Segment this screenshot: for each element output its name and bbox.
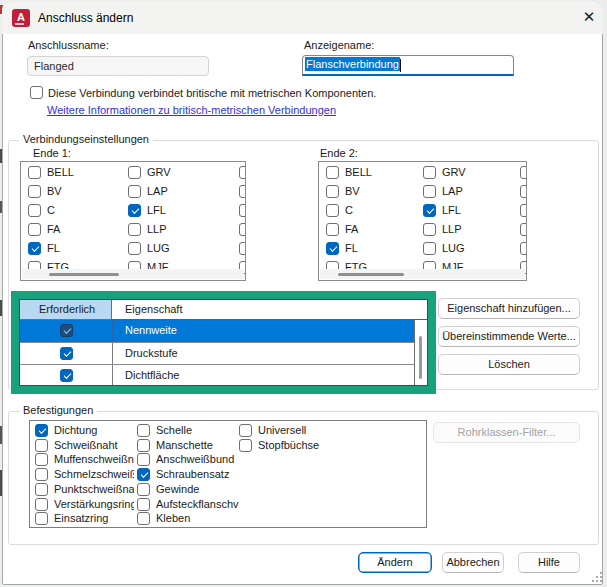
required-checkbox-checked[interactable] [60,347,73,360]
required-checkbox-checked[interactable] [60,369,73,382]
checkbox[interactable] [35,483,48,496]
checkbox-checked[interactable] [137,468,150,481]
end1-listbox[interactable]: BELL BV C FA FL FTG GRV LAP LFL LLP LUG … [20,161,246,281]
cancel-button[interactable]: Abbrechen [442,552,504,573]
text-caret [400,59,401,72]
clipped-checkbox [239,185,246,198]
close-icon[interactable]: ✕ [580,8,598,26]
checkbox[interactable] [28,204,41,217]
checkbox[interactable] [137,424,150,437]
column-separator [112,320,113,342]
selected-text: Flanschverbindung [305,57,400,71]
horizontal-scrollbar[interactable] [320,269,525,279]
add-property-button[interactable]: Eigenschaft hinzufügen... [438,298,580,319]
checkbox[interactable] [137,483,150,496]
checkbox[interactable] [128,242,141,255]
checkbox[interactable] [137,439,150,452]
checkbox[interactable] [137,453,150,466]
column-separator [112,343,113,364]
end1-label: Ende 1: [33,147,71,159]
checkbox[interactable] [35,468,48,481]
checkbox[interactable] [28,185,41,198]
fasteners-box: Dichtung Schweißnaht Muffenschweißn Schm… [29,420,427,528]
clipped-checkbox [520,185,527,198]
table-row-dichtflaeche[interactable]: Dichtfläche [20,364,415,386]
checkbox[interactable] [326,185,339,198]
horizontal-scrollbar[interactable] [22,269,244,279]
matching-values-button[interactable]: Übereinstimmende Werte... [438,326,580,347]
clipped-checkbox [239,166,246,179]
clipped-checkbox [239,242,246,255]
metric-components-label: Diese Verbindung verbindet britische mit… [48,87,376,99]
checkbox[interactable] [35,498,48,511]
checkbox[interactable] [239,424,252,437]
checkbox[interactable] [128,223,141,236]
scrollbar-thumb[interactable] [419,336,422,379]
green-highlight-annotation: Erforderlich Eigenschaft Nennweite Druck… [11,291,436,394]
property-column-header[interactable]: Eigenschaft [125,300,182,319]
checkbox[interactable] [326,166,339,179]
checkbox-checked[interactable] [28,242,41,255]
vertical-scrollbar[interactable] [414,320,427,385]
connection-name-label: Anschlussname: [28,39,109,51]
clipped-checkbox [239,204,246,217]
clipped-checkbox [520,223,527,236]
checkbox[interactable] [128,185,141,198]
checkbox[interactable] [326,223,339,236]
checkbox[interactable] [137,512,150,525]
scrollbar-thumb[interactable] [338,273,404,276]
checkbox[interactable] [423,166,436,179]
clipped-checkbox [520,204,527,217]
clipped-checkbox [239,223,246,236]
checkbox[interactable] [423,242,436,255]
checkbox[interactable] [137,498,150,511]
checkbox[interactable] [128,166,141,179]
connection-settings-group-label: Verbindungseinstellungen [19,133,153,145]
dialog-title: Anschluss ändern [38,11,133,25]
checkbox[interactable] [35,512,48,525]
required-checkbox-checked[interactable] [60,324,73,337]
checkbox[interactable] [239,439,252,452]
change-button[interactable]: Ändern [358,552,432,573]
checkbox-checked[interactable] [128,204,141,217]
end2-listbox[interactable]: BELL BV C FA FL FTG GRV LAP LFL LLP LUG … [318,161,527,281]
table-header: Erforderlich Eigenschaft [20,300,427,320]
properties-table[interactable]: Erforderlich Eigenschaft Nennweite Druck… [19,299,428,386]
autocad-app-icon: A [12,9,30,27]
delete-button[interactable]: Löschen [438,354,580,375]
column-separator [112,365,113,386]
checkbox[interactable] [35,439,48,452]
checkbox-checked[interactable] [35,424,48,437]
display-name-input[interactable]: Flanschverbindung [302,55,514,76]
help-button[interactable]: Hilfe [518,552,580,573]
checkbox[interactable] [35,453,48,466]
pipe-class-filter-button: Rohrklassen-Filter... [433,422,580,443]
end2-label: Ende 2: [320,147,358,159]
required-column-header[interactable]: Erforderlich [20,300,112,319]
table-row-nennweite[interactable]: Nennweite [20,320,415,342]
display-name-label: Anzeigename: [304,39,374,51]
checkbox[interactable] [28,166,41,179]
checkbox-checked[interactable] [423,204,436,217]
checkbox[interactable] [28,223,41,236]
resize-grip[interactable] [592,572,602,582]
clipped-checkbox [520,166,527,179]
checkbox[interactable] [423,185,436,198]
table-row-druckstufe[interactable]: Druckstufe [20,342,415,364]
checkbox-checked[interactable] [326,242,339,255]
fasteners-group-label: Befestigungen [19,404,97,416]
clipped-checkbox [520,242,527,255]
scrollbar-thumb[interactable] [49,273,119,276]
connection-name-field: Flanged [27,56,209,76]
metric-components-checkbox[interactable] [30,86,43,99]
imperial-metric-info-link[interactable]: Weitere Informationen zu britisch-metris… [47,104,336,116]
checkbox[interactable] [326,204,339,217]
checkbox[interactable] [423,223,436,236]
